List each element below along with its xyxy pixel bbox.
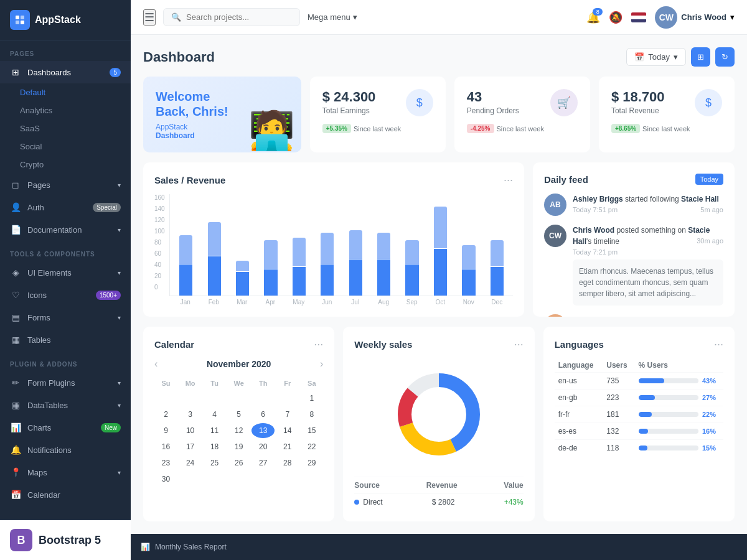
cal-day[interactable]: 24 bbox=[179, 455, 202, 470]
cal-day[interactable]: 23 bbox=[154, 455, 177, 470]
cal-day[interactable]: 21 bbox=[276, 439, 299, 454]
cal-day[interactable]: 20 bbox=[251, 439, 275, 454]
refresh-button[interactable]: ↻ bbox=[715, 47, 735, 67]
cal-day-header: Tu bbox=[203, 377, 226, 390]
sidebar-item-analytics[interactable]: Analytics bbox=[0, 101, 131, 119]
mega-menu[interactable]: Mega menu ▾ bbox=[308, 12, 357, 22]
monthly-report-footer[interactable]: 📊 Monthly Sales Report bbox=[131, 534, 747, 560]
cal-day[interactable]: 4 bbox=[203, 407, 226, 422]
languages-tbody: en-us 735 43% en-gb 223 27% bbox=[555, 373, 723, 457]
sidebar-item-social[interactable]: Social bbox=[0, 138, 131, 156]
cal-day-empty bbox=[154, 391, 177, 406]
cal-day[interactable]: 16 bbox=[154, 439, 177, 454]
earnings-change: +5.35% Since last week bbox=[322, 124, 433, 133]
cal-prev-button[interactable]: ‹ bbox=[154, 358, 157, 370]
stat-inner-orders: 43 Pending Orders 🛒 bbox=[467, 89, 578, 116]
today-button[interactable]: 📅 Today ▾ bbox=[626, 48, 686, 66]
sidebar-item-dashboards[interactable]: ⊞ Dashboards 5 bbox=[0, 61, 131, 83]
cal-day[interactable]: 28 bbox=[276, 455, 299, 470]
cal-day[interactable]: 15 bbox=[300, 423, 323, 438]
cal-day[interactable]: 1 bbox=[300, 391, 323, 406]
sidebar-item-auth[interactable]: 👤 Auth Special bbox=[0, 196, 131, 218]
cal-day-empty bbox=[203, 472, 226, 487]
revenue-icon: $ bbox=[695, 89, 722, 116]
revenue-value: $ 18.700 bbox=[611, 89, 665, 105]
sidebar-item-default[interactable]: Default bbox=[0, 83, 131, 101]
content: Dashboard 📅 Today ▾ ⊞ ↻ Welcome bbox=[131, 35, 747, 534]
lang-row: en-gb 223 27% bbox=[555, 390, 723, 406]
cal-day[interactable]: 7 bbox=[276, 407, 299, 422]
search-input[interactable] bbox=[186, 12, 292, 22]
filter-button[interactable]: ⊞ bbox=[691, 47, 710, 67]
notifications-button[interactable]: 🔔 8 bbox=[586, 11, 600, 24]
middle-row: Sales / Revenue ··· 16014012010080604020… bbox=[143, 162, 735, 317]
auth-icon: 👤 bbox=[10, 202, 21, 213]
cal-day[interactable]: 3 bbox=[179, 407, 202, 422]
sidebar-item-maps[interactable]: 📍 Maps ▾ bbox=[0, 461, 131, 483]
sidebar-item-documentation[interactable]: 📄 Documentation ▾ bbox=[0, 218, 131, 241]
cal-day-today[interactable]: 13 bbox=[251, 423, 275, 438]
sidebar-label-maps: Maps bbox=[27, 468, 47, 477]
source-header-row: Source Revenue Value bbox=[354, 477, 523, 493]
docs-arrow: ▾ bbox=[118, 226, 121, 233]
sidebar-item-calendar[interactable]: 📅 Calendar bbox=[0, 483, 131, 506]
lang-row: fr-fr 181 22% bbox=[555, 406, 723, 423]
cal-day[interactable]: 22 bbox=[300, 439, 323, 454]
source-row-direct: Direct $ 2802 +43% bbox=[354, 493, 523, 510]
user-name: Chris Wood bbox=[681, 12, 726, 22]
cal-day[interactable]: 5 bbox=[227, 407, 250, 422]
cal-day[interactable]: 8 bbox=[300, 407, 323, 422]
alerts-button[interactable]: 🔕 bbox=[609, 11, 622, 24]
cal-day[interactable]: 6 bbox=[251, 407, 275, 422]
sidebar-item-form-plugins[interactable]: ✏ Form Plugins ▾ bbox=[0, 371, 131, 394]
cal-day[interactable]: 9 bbox=[154, 423, 177, 438]
bootstrap-banner[interactable]: B Bootstrap 5 bbox=[0, 520, 131, 560]
cal-day[interactable]: 29 bbox=[300, 455, 323, 470]
cal-day[interactable]: 25 bbox=[203, 455, 226, 470]
welcome-card: Welcome Back, Chris! AppStack Dashboard … bbox=[143, 77, 301, 152]
cal-day[interactable]: 30 bbox=[154, 472, 177, 487]
cal-day[interactable]: 19 bbox=[227, 439, 250, 454]
lang-users: 735 bbox=[603, 373, 634, 390]
welcome-link[interactable]: Dashboard bbox=[156, 131, 195, 140]
feed-text-1: Chris Wood posted something on Stacie Ha… bbox=[573, 225, 723, 247]
sidebar-item-notifications[interactable]: 🔔 Notifications bbox=[0, 439, 131, 461]
logo[interactable]: AppStack bbox=[0, 0, 131, 40]
sidebar-item-tables[interactable]: ▦ Tables bbox=[0, 329, 131, 351]
sidebar-item-ui-elements[interactable]: ◈ UI Elements ▾ bbox=[0, 261, 131, 284]
user-dropdown[interactable]: CW Chris Wood ▾ bbox=[655, 6, 735, 29]
sidebar-item-forms[interactable]: ▤ Forms ▾ bbox=[0, 306, 131, 329]
icons-icon: ♡ bbox=[10, 289, 21, 301]
hamburger-button[interactable]: ☰ bbox=[143, 9, 156, 26]
sidebar-item-saas[interactable]: SaaS bbox=[0, 119, 131, 138]
feed-item-2: SH Stacie Hall posted a new blog 1h ago … bbox=[544, 314, 723, 317]
cal-day[interactable]: 18 bbox=[203, 439, 226, 454]
cal-day[interactable]: 26 bbox=[227, 455, 250, 470]
donut-chart bbox=[354, 358, 523, 470]
weekly-sales-menu[interactable]: ··· bbox=[514, 338, 524, 351]
cal-day[interactable]: 10 bbox=[179, 423, 202, 438]
feed-text-0: Ashley Briggs started following Stacie H… bbox=[573, 194, 723, 205]
cal-day[interactable]: 2 bbox=[154, 407, 177, 422]
cal-day[interactable]: 11 bbox=[203, 423, 226, 438]
sidebar-item-pages[interactable]: ◻ Pages ▾ bbox=[0, 174, 131, 196]
sidebar-item-datatables[interactable]: ▦ DataTables ▾ bbox=[0, 394, 131, 416]
sidebar-item-icons[interactable]: ♡ Icons 1500+ bbox=[0, 284, 131, 306]
weekly-sales-header: Weekly sales ··· bbox=[354, 338, 523, 351]
feed-item-1: CW Chris Wood posted something on Stacie… bbox=[544, 225, 723, 306]
stat-card-revenue: $ 18.700 Total Revenue $ +8.65% Since la… bbox=[599, 77, 735, 152]
cal-day[interactable]: 27 bbox=[251, 455, 275, 470]
cal-day[interactable]: 17 bbox=[179, 439, 202, 454]
cal-next-button[interactable]: › bbox=[320, 358, 323, 370]
docs-icon: 📄 bbox=[10, 224, 21, 235]
cal-day[interactable]: 14 bbox=[276, 423, 299, 438]
lang-col-language: Language bbox=[555, 358, 603, 373]
today-chevron: ▾ bbox=[674, 52, 678, 62]
icons-badge: 1500+ bbox=[96, 291, 121, 300]
cal-day[interactable]: 12 bbox=[227, 423, 250, 438]
calendar-menu[interactable]: ··· bbox=[314, 338, 323, 351]
languages-menu[interactable]: ··· bbox=[714, 338, 723, 351]
chart-menu[interactable]: ··· bbox=[504, 174, 513, 187]
sidebar-item-crypto[interactable]: Crypto bbox=[0, 156, 131, 174]
sidebar-item-charts[interactable]: 📊 Charts New bbox=[0, 416, 131, 439]
